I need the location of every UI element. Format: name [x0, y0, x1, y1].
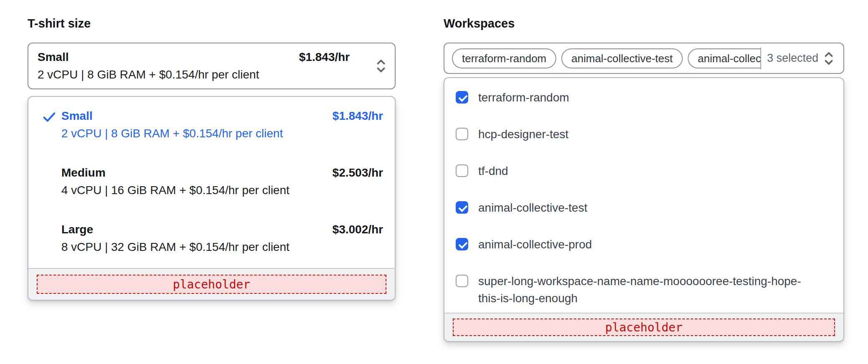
selected-size-name: Small	[38, 48, 69, 66]
tshirt-option-medium[interactable]: Medium $2.503/hr 4 vCPU | 16 GiB RAM + $…	[28, 164, 395, 200]
tshirt-size-field: T-shirt size Small $1.843/hr 2 vCPU | 8 …	[28, 16, 396, 301]
checkbox[interactable]	[456, 128, 468, 140]
checkbox[interactable]	[456, 238, 468, 250]
workspace-option-label: super-long-workspace-name-name-moooooore…	[478, 273, 810, 307]
checkmark-icon	[42, 109, 57, 124]
tshirt-trigger-row: Small $1.843/hr	[38, 48, 366, 66]
workspace-tag[interactable]: terraform-random	[452, 48, 556, 68]
workspaces-listbox: terraform-random hcp-designer-test tf-dn…	[444, 77, 844, 342]
option-title-row: Medium $2.503/hr	[61, 164, 383, 181]
workspace-tag[interactable]: animal-collective-test	[561, 48, 683, 68]
option-name: Medium	[61, 164, 106, 181]
caret-sort-icon	[822, 50, 836, 67]
workspace-option-list: terraform-random hcp-designer-test tf-dn…	[444, 78, 843, 313]
workspaces-field: Workspaces terraform-random animal-colle…	[444, 16, 844, 342]
selected-workspace-tags: terraform-random animal-collective-test …	[452, 48, 761, 69]
tshirt-option-list: Small $1.843/hr 2 vCPU | 8 GiB RAM + $0.…	[28, 97, 395, 268]
selected-size-description: 2 vCPU | 8 GiB RAM + $0.154/hr per clien…	[38, 66, 366, 83]
workspace-option[interactable]: hcp-designer-test	[456, 126, 832, 143]
workspace-option-label: animal-collective-prod	[478, 236, 592, 253]
workspace-option[interactable]: animal-collective-prod	[456, 236, 832, 253]
tshirt-size-label: T-shirt size	[28, 16, 396, 31]
option-title-row: Small $1.843/hr	[61, 108, 383, 124]
checkbox[interactable]	[456, 91, 468, 104]
option-name: Large	[61, 221, 93, 238]
workspace-option-label: terraform-random	[478, 89, 569, 106]
workspaces-label: Workspaces	[444, 16, 844, 31]
selected-size-price: $1.843/hr	[299, 48, 350, 66]
checkbox[interactable]	[456, 164, 468, 177]
caret-sort-icon	[374, 58, 388, 74]
workspace-tag[interactable]: animal-collective-prod	[688, 48, 761, 68]
checkbox[interactable]	[456, 201, 468, 214]
listbox-footer: placeholder	[444, 313, 843, 341]
tshirt-option-small[interactable]: Small $1.843/hr 2 vCPU | 8 GiB RAM + $0.…	[28, 107, 395, 144]
listbox-footer: placeholder	[28, 268, 395, 300]
option-price: $1.843/hr	[333, 108, 383, 124]
workspace-option[interactable]: tf-dnd	[456, 162, 832, 179]
workspace-option[interactable]: super-long-workspace-name-name-moooooore…	[456, 273, 832, 307]
workspace-option[interactable]: animal-collective-test	[456, 199, 832, 216]
workspace-option[interactable]: terraform-random	[456, 89, 832, 106]
option-price: $3.002/hr	[333, 221, 383, 238]
workspace-option-label: hcp-designer-test	[478, 126, 568, 143]
workspaces-multiselect-trigger[interactable]: terraform-random animal-collective-test …	[444, 43, 844, 74]
workspace-option-label: tf-dnd	[478, 162, 508, 179]
option-title-row: Large $3.002/hr	[61, 221, 383, 238]
tshirt-option-large[interactable]: Large $3.002/hr 8 vCPU | 32 GiB RAM + $0…	[28, 220, 395, 257]
checkbox[interactable]	[456, 275, 468, 287]
page: T-shirt size Small $1.843/hr 2 vCPU | 8 …	[0, 0, 868, 364]
footer-placeholder: placeholder	[37, 275, 386, 294]
workspace-option-label: animal-collective-test	[478, 199, 587, 216]
option-description: 8 vCPU | 32 GiB RAM + $0.154/hr per clie…	[61, 238, 383, 256]
option-name: Small	[61, 108, 93, 124]
option-description: 2 vCPU | 8 GiB RAM + $0.154/hr per clien…	[61, 124, 383, 143]
footer-placeholder: placeholder	[453, 318, 835, 336]
tshirt-size-listbox: Small $1.843/hr 2 vCPU | 8 GiB RAM + $0.…	[28, 96, 396, 301]
option-description: 4 vCPU | 16 GiB RAM + $0.154/hr per clie…	[61, 181, 383, 200]
option-price: $2.503/hr	[333, 164, 383, 181]
selected-count-label: 3 selected	[767, 52, 818, 65]
tshirt-size-select-trigger[interactable]: Small $1.843/hr 2 vCPU | 8 GiB RAM + $0.…	[28, 43, 396, 89]
